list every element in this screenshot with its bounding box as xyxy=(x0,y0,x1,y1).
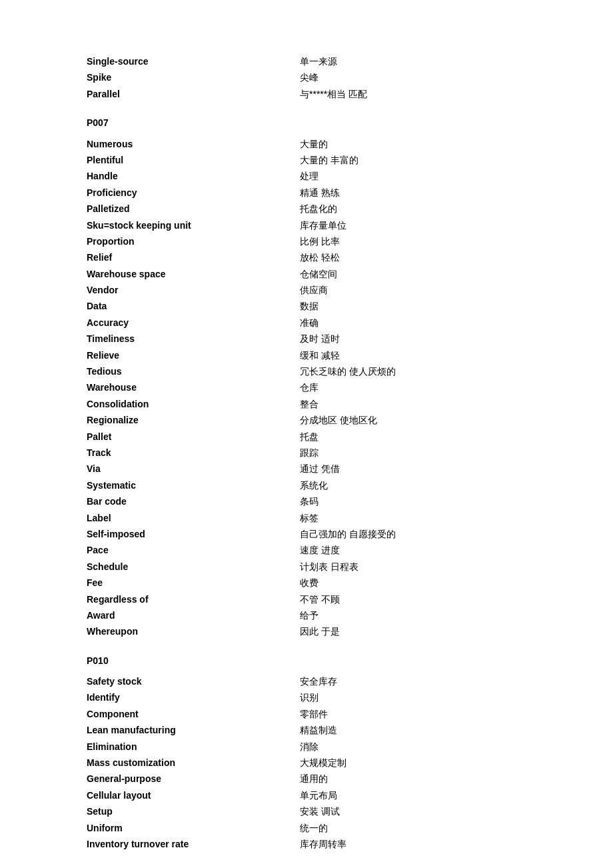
list-item: Fee收费 xyxy=(87,575,526,591)
term: Elimination xyxy=(87,739,247,755)
term: Uniform xyxy=(87,820,247,836)
definition: 统一的 xyxy=(247,820,526,836)
definition: 托盘化的 xyxy=(247,201,526,217)
list-item: Regardless of不管 不顾 xyxy=(87,591,526,607)
definition: 跟踪 xyxy=(247,445,526,461)
list-item: Self-imposed自己强加的 自愿接受的 xyxy=(87,526,526,542)
definition: 托盘 xyxy=(247,429,526,445)
term: Regardless of xyxy=(87,591,247,607)
definition: 整合 xyxy=(247,396,526,412)
definition: 比例 比率 xyxy=(247,233,526,249)
list-item: Safety stock安全库存 xyxy=(87,673,526,689)
list-item: Track跟踪 xyxy=(87,445,526,461)
definition: 数据 xyxy=(247,298,526,314)
p007-header: P007 xyxy=(87,115,526,130)
term: Self-imposed xyxy=(87,526,247,542)
term: Handle xyxy=(87,168,247,184)
list-item: Component零部件 xyxy=(87,706,526,722)
term: General-purpose xyxy=(87,771,247,787)
term: Award xyxy=(87,607,247,623)
definition: 分成地区 使地区化 xyxy=(247,412,526,428)
term: Accuracy xyxy=(87,315,247,331)
term: Parallel xyxy=(87,86,247,102)
definition: 速度 进度 xyxy=(247,542,526,558)
term: Relief xyxy=(87,249,247,265)
list-item: Plentiful大量的 丰富的 xyxy=(87,152,526,168)
term: Schedule xyxy=(87,559,247,575)
list-item: Pallet托盘 xyxy=(87,429,526,445)
term: Data xyxy=(87,298,247,314)
definition: 不管 不顾 xyxy=(247,591,526,607)
list-item: Tedious冗长乏味的 使人厌烦的 xyxy=(87,363,526,379)
definition: 处理 xyxy=(247,168,526,184)
list-item: Systematic系统化 xyxy=(87,477,526,493)
definition: 单元布局 xyxy=(247,787,526,803)
list-item: Regionalize分成地区 使地区化 xyxy=(87,412,526,428)
list-item: Proficiency精通 熟练 xyxy=(87,185,526,201)
term: Regionalize xyxy=(87,412,247,428)
list-item: Award给予 xyxy=(87,607,526,623)
list-item: Setup安装 调试 xyxy=(87,803,526,819)
definition: 库存周转率 xyxy=(247,836,526,852)
list-item: Warehouse仓库 xyxy=(87,379,526,395)
term: Proportion xyxy=(87,233,247,249)
list-item: Relief放松 轻松 xyxy=(87,249,526,265)
definition: 系统化 xyxy=(247,477,526,493)
term: Cellular layout xyxy=(87,787,247,803)
definition: 识别 xyxy=(247,689,526,705)
list-item: Palletized托盘化的 xyxy=(87,201,526,217)
list-item: Timeliness及时 适时 xyxy=(87,331,526,347)
definition: 消除 xyxy=(247,739,526,755)
definition: 单一来源 xyxy=(247,53,526,69)
term: Pace xyxy=(87,542,247,558)
list-item: Schedule计划表 日程表 xyxy=(87,559,526,575)
definition: 安全库存 xyxy=(247,673,526,689)
term: Pallet xyxy=(87,429,247,445)
definition: 标签 xyxy=(247,510,526,526)
list-item: Proportion比例 比率 xyxy=(87,233,526,249)
definition: 冗长乏味的 使人厌烦的 xyxy=(247,363,526,379)
term: Mass customization xyxy=(87,755,247,771)
definition: 通用的 xyxy=(247,771,526,787)
term: Timeliness xyxy=(87,331,247,347)
definition: 因此 于是 xyxy=(247,623,526,639)
term: Track xyxy=(87,445,247,461)
list-item: Cellular layout单元布局 xyxy=(87,787,526,803)
definition: 安装 调试 xyxy=(247,803,526,819)
list-item: Warehouse space仓储空间 xyxy=(87,266,526,282)
list-item: Inventory turnover rate库存周转率 xyxy=(87,836,526,852)
intro-table: Single-source单一来源Spike尖峰Parallel与*****相当… xyxy=(87,53,526,102)
definition: 通过 凭借 xyxy=(247,461,526,477)
term: Consolidation xyxy=(87,396,247,412)
list-item: Accuracy准确 xyxy=(87,315,526,331)
p010-header: P010 xyxy=(87,653,526,668)
term: Relieve xyxy=(87,347,247,363)
term: Palletized xyxy=(87,201,247,217)
list-item: Single-source单一来源 xyxy=(87,53,526,69)
list-item: Elimination消除 xyxy=(87,739,526,755)
list-item: Consolidation整合 xyxy=(87,396,526,412)
term: Inventory turnover rate xyxy=(87,836,247,852)
term: Label xyxy=(87,510,247,526)
term: Safety stock xyxy=(87,673,247,689)
list-item: Spike尖峰 xyxy=(87,69,526,85)
definition: 准确 xyxy=(247,315,526,331)
list-item: Parallel与*****相当 匹配 xyxy=(87,86,526,102)
definition: 给予 xyxy=(247,607,526,623)
term: Spike xyxy=(87,69,247,85)
term: Proficiency xyxy=(87,185,247,201)
list-item: Via通过 凭借 xyxy=(87,461,526,477)
definition: 仓库 xyxy=(247,379,526,395)
list-item: Numerous大量的 xyxy=(87,136,526,152)
term: Sku=stock keeping unit xyxy=(87,217,247,233)
list-item: Uniform统一的 xyxy=(87,820,526,836)
term: Tedious xyxy=(87,363,247,379)
term: Vendor xyxy=(87,282,247,298)
definition: 收费 xyxy=(247,575,526,591)
list-item: Bar code条码 xyxy=(87,493,526,509)
list-item: Mass customization大规模定制 xyxy=(87,755,526,771)
list-item: General-purpose通用的 xyxy=(87,771,526,787)
list-item: Identify识别 xyxy=(87,689,526,705)
term: Warehouse space xyxy=(87,266,247,282)
definition: 尖峰 xyxy=(247,69,526,85)
